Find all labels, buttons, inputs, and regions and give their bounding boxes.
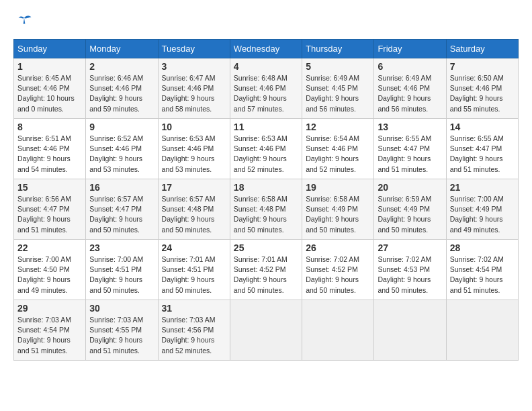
calendar-day-cell: 13 Sunrise: 6:55 AMSunset: 4:47 PMDaylig… <box>374 119 446 179</box>
calendar-day-cell: 22 Sunrise: 7:00 AMSunset: 4:50 PMDaylig… <box>14 240 86 300</box>
calendar-day-cell: 19 Sunrise: 6:58 AMSunset: 4:49 PMDaylig… <box>302 179 374 240</box>
day-number: 6 <box>378 61 442 72</box>
day-info: Sunrise: 6:57 AMSunset: 4:48 PMDaylight:… <box>162 194 226 235</box>
day-number: 24 <box>162 242 226 253</box>
day-number: 25 <box>234 242 298 253</box>
day-info: Sunrise: 7:03 AMSunset: 4:55 PMDaylight:… <box>89 315 154 356</box>
day-info: Sunrise: 6:53 AMSunset: 4:46 PMDaylight:… <box>162 134 226 175</box>
calendar-day-cell: 11 Sunrise: 6:53 AMSunset: 4:46 PMDaylig… <box>230 119 302 179</box>
calendar-table: SundayMondayTuesdayWednesdayThursdayFrid… <box>13 39 519 361</box>
day-info: Sunrise: 7:03 AMSunset: 4:54 PMDaylight:… <box>17 315 82 356</box>
day-number: 10 <box>162 122 226 132</box>
day-info: Sunrise: 6:56 AMSunset: 4:47 PMDaylight:… <box>17 194 82 235</box>
weekday-header-cell: Sunday <box>14 40 86 58</box>
day-info: Sunrise: 6:49 AMSunset: 4:45 PMDaylight:… <box>306 73 370 114</box>
calendar-day-cell <box>374 300 446 361</box>
day-info: Sunrise: 6:58 AMSunset: 4:49 PMDaylight:… <box>306 194 370 235</box>
calendar-day-cell: 28 Sunrise: 7:02 AMSunset: 4:54 PMDaylig… <box>446 240 518 300</box>
day-number: 15 <box>17 182 82 193</box>
day-number: 13 <box>378 122 442 132</box>
calendar-day-cell: 3 Sunrise: 6:47 AMSunset: 4:46 PMDayligh… <box>158 58 230 119</box>
weekday-header-cell: Friday <box>374 40 446 58</box>
day-number: 7 <box>450 61 515 72</box>
calendar-day-cell: 20 Sunrise: 6:59 AMSunset: 4:49 PMDaylig… <box>374 179 446 240</box>
day-number: 30 <box>89 303 154 314</box>
calendar-body: 1 Sunrise: 6:45 AMSunset: 4:46 PMDayligh… <box>14 58 519 361</box>
weekday-header-cell: Tuesday <box>158 40 230 58</box>
day-number: 4 <box>234 61 298 72</box>
day-number: 28 <box>450 242 515 253</box>
page-header <box>13 13 519 32</box>
day-number: 17 <box>162 182 226 193</box>
weekday-header-cell: Thursday <box>302 40 374 58</box>
calendar-day-cell: 30 Sunrise: 7:03 AMSunset: 4:55 PMDaylig… <box>86 300 158 361</box>
day-info: Sunrise: 6:46 AMSunset: 4:46 PMDaylight:… <box>89 73 154 114</box>
day-info: Sunrise: 7:01 AMSunset: 4:51 PMDaylight:… <box>162 255 226 295</box>
calendar-day-cell: 10 Sunrise: 6:53 AMSunset: 4:46 PMDaylig… <box>158 119 230 179</box>
calendar-day-cell: 31 Sunrise: 7:03 AMSunset: 4:56 PMDaylig… <box>158 300 230 361</box>
day-number: 19 <box>306 182 370 193</box>
logo-bird-icon <box>15 13 34 32</box>
day-number: 5 <box>306 61 370 72</box>
day-number: 12 <box>306 122 370 132</box>
calendar-day-cell <box>230 300 302 361</box>
day-number: 1 <box>17 61 82 72</box>
calendar-day-cell <box>302 300 374 361</box>
day-info: Sunrise: 6:50 AMSunset: 4:46 PMDaylight:… <box>450 73 515 114</box>
day-number: 16 <box>89 182 154 193</box>
day-number: 31 <box>162 303 226 314</box>
day-number: 23 <box>89 242 154 253</box>
calendar-day-cell: 12 Sunrise: 6:54 AMSunset: 4:46 PMDaylig… <box>302 119 374 179</box>
calendar-day-cell: 25 Sunrise: 7:01 AMSunset: 4:52 PMDaylig… <box>230 240 302 300</box>
day-info: Sunrise: 7:02 AMSunset: 4:54 PMDaylight:… <box>450 255 515 295</box>
day-number: 27 <box>378 242 442 253</box>
calendar-day-cell: 4 Sunrise: 6:48 AMSunset: 4:46 PMDayligh… <box>230 58 302 119</box>
day-number: 18 <box>234 182 298 193</box>
day-info: Sunrise: 6:55 AMSunset: 4:47 PMDaylight:… <box>378 134 442 175</box>
calendar-day-cell: 24 Sunrise: 7:01 AMSunset: 4:51 PMDaylig… <box>158 240 230 300</box>
weekday-header-cell: Wednesday <box>230 40 302 58</box>
calendar-day-cell: 21 Sunrise: 7:00 AMSunset: 4:49 PMDaylig… <box>446 179 518 240</box>
day-info: Sunrise: 7:02 AMSunset: 4:52 PMDaylight:… <box>306 255 370 295</box>
calendar-day-cell: 8 Sunrise: 6:51 AMSunset: 4:46 PMDayligh… <box>14 119 86 179</box>
calendar-week-row: 1 Sunrise: 6:45 AMSunset: 4:46 PMDayligh… <box>14 58 519 119</box>
calendar-week-row: 22 Sunrise: 7:00 AMSunset: 4:50 PMDaylig… <box>14 240 519 300</box>
calendar-day-cell: 2 Sunrise: 6:46 AMSunset: 4:46 PMDayligh… <box>86 58 158 119</box>
day-number: 21 <box>450 182 515 193</box>
day-info: Sunrise: 6:53 AMSunset: 4:46 PMDaylight:… <box>234 134 298 175</box>
day-info: Sunrise: 6:59 AMSunset: 4:49 PMDaylight:… <box>378 194 442 235</box>
weekday-header-cell: Saturday <box>446 40 518 58</box>
weekday-header-cell: Monday <box>86 40 158 58</box>
logo <box>13 13 34 32</box>
day-info: Sunrise: 7:01 AMSunset: 4:52 PMDaylight:… <box>234 255 298 295</box>
day-number: 9 <box>89 122 154 132</box>
day-info: Sunrise: 6:49 AMSunset: 4:46 PMDaylight:… <box>378 73 442 114</box>
calendar-day-cell: 1 Sunrise: 6:45 AMSunset: 4:46 PMDayligh… <box>14 58 86 119</box>
calendar-week-row: 8 Sunrise: 6:51 AMSunset: 4:46 PMDayligh… <box>14 119 519 179</box>
calendar-day-cell: 27 Sunrise: 7:02 AMSunset: 4:53 PMDaylig… <box>374 240 446 300</box>
day-number: 29 <box>17 303 82 314</box>
day-number: 2 <box>89 61 154 72</box>
calendar-day-cell: 17 Sunrise: 6:57 AMSunset: 4:48 PMDaylig… <box>158 179 230 240</box>
day-number: 26 <box>306 242 370 253</box>
day-info: Sunrise: 7:00 AMSunset: 4:49 PMDaylight:… <box>450 194 515 235</box>
calendar-week-row: 15 Sunrise: 6:56 AMSunset: 4:47 PMDaylig… <box>14 179 519 240</box>
calendar-day-cell: 5 Sunrise: 6:49 AMSunset: 4:45 PMDayligh… <box>302 58 374 119</box>
day-number: 11 <box>234 122 298 132</box>
day-info: Sunrise: 7:00 AMSunset: 4:51 PMDaylight:… <box>89 255 154 295</box>
day-info: Sunrise: 7:02 AMSunset: 4:53 PMDaylight:… <box>378 255 442 295</box>
calendar-day-cell: 6 Sunrise: 6:49 AMSunset: 4:46 PMDayligh… <box>374 58 446 119</box>
day-info: Sunrise: 6:51 AMSunset: 4:46 PMDaylight:… <box>17 134 82 175</box>
day-number: 14 <box>450 122 515 132</box>
calendar-day-cell: 7 Sunrise: 6:50 AMSunset: 4:46 PMDayligh… <box>446 58 518 119</box>
calendar-day-cell: 14 Sunrise: 6:55 AMSunset: 4:47 PMDaylig… <box>446 119 518 179</box>
day-info: Sunrise: 7:00 AMSunset: 4:50 PMDaylight:… <box>17 255 82 295</box>
calendar-week-row: 29 Sunrise: 7:03 AMSunset: 4:54 PMDaylig… <box>14 300 519 361</box>
day-info: Sunrise: 6:54 AMSunset: 4:46 PMDaylight:… <box>306 134 370 175</box>
day-info: Sunrise: 6:57 AMSunset: 4:47 PMDaylight:… <box>89 194 154 235</box>
day-number: 22 <box>17 242 82 253</box>
day-info: Sunrise: 6:58 AMSunset: 4:48 PMDaylight:… <box>234 194 298 235</box>
day-info: Sunrise: 6:45 AMSunset: 4:46 PMDaylight:… <box>17 73 82 114</box>
calendar-day-cell: 9 Sunrise: 6:52 AMSunset: 4:46 PMDayligh… <box>86 119 158 179</box>
weekday-header-row: SundayMondayTuesdayWednesdayThursdayFrid… <box>14 40 519 58</box>
